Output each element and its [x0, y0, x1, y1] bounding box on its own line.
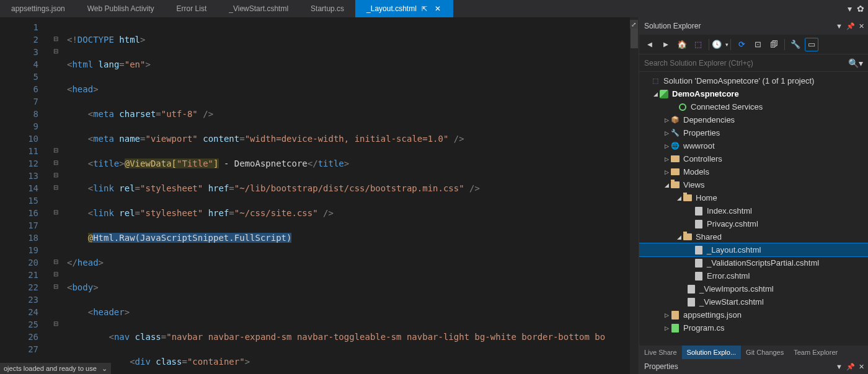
solution-explorer-panel: Solution Explorer ▼ 📌 ✕ ◄ ► 🏠 ⬚ 🕓▾ ⟳ ⊡ 🗐… [639, 17, 868, 374]
properties-icon[interactable]: 🔧 [789, 38, 802, 51]
tree-index-cshtml[interactable]: Index.cshtml [639, 204, 868, 217]
tab-solution-explorer[interactable]: Solution Explo... [682, 346, 742, 359]
solution-explorer-toolbar: ◄ ► 🏠 ⬚ 🕓▾ ⟳ ⊡ 🗐 🔧 ▭ [639, 35, 868, 54]
sync-icon[interactable]: ⟳ [735, 38, 748, 51]
tab-layout-active[interactable]: _Layout.cshtml ⇱ ✕ [355, 0, 453, 17]
props-dropdown-icon[interactable]: ▼ [836, 363, 843, 371]
status-chevron-icon[interactable]: ⌄ [102, 365, 107, 373]
forward-icon[interactable]: ► [659, 38, 673, 51]
tree-layout-cshtml[interactable]: _Layout.cshtml [639, 243, 868, 256]
tab-error-list[interactable]: Error List [166, 0, 218, 17]
tree-viewimports-cshtml[interactable]: _ViewImports.cshtml [639, 282, 868, 295]
search-icon[interactable]: 🔍▾ [848, 58, 863, 68]
tree-error-cshtml[interactable]: Error.cshtml [639, 269, 868, 282]
tab-label: _Layout.cshtml [366, 4, 417, 13]
back-icon[interactable]: ◄ [643, 38, 657, 51]
tab-settings-icon[interactable]: ✿ [856, 2, 866, 15]
editor-tab-bar: appsettings.json Web Publish Activity Er… [0, 0, 868, 17]
tree-views[interactable]: ◢Views [639, 178, 868, 191]
tab-git-changes[interactable]: Git Changes [741, 346, 789, 359]
tree-home[interactable]: ◢Home [639, 191, 868, 204]
status-bar: ojects loaded and ready to use ⌄ [0, 363, 111, 374]
tree-dependencies[interactable]: ▷📦Dependencies [639, 113, 868, 126]
props-close-icon[interactable]: ✕ [859, 363, 864, 371]
solution-tree: ⬚Solution 'DemoAspnetcore' (1 of 1 proje… [639, 72, 868, 346]
tab-appsettings[interactable]: appsettings.json [0, 0, 76, 17]
panel-close-icon[interactable]: ✕ [859, 22, 864, 30]
tree-wwwroot[interactable]: ▷🌐wwwroot [639, 139, 868, 152]
pin-icon[interactable]: ⇱ [422, 5, 427, 13]
panel-pin-icon[interactable]: 📌 [846, 22, 855, 30]
tab-web-publish[interactable]: Web Publish Activity [76, 0, 166, 17]
tree-solution[interactable]: ⬚Solution 'DemoAspnetcore' (1 of 1 proje… [639, 74, 868, 87]
props-pin-icon[interactable]: 📌 [846, 363, 855, 371]
tab-startup[interactable]: Startup.cs [299, 0, 355, 17]
expand-collapse-icon[interactable]: ⤢ [630, 20, 637, 28]
preview-icon[interactable]: ▭ [805, 38, 818, 51]
tree-program-cs[interactable]: ▷Program.cs [639, 321, 868, 334]
panel-dropdown-icon[interactable]: ▼ [836, 22, 843, 30]
tab-viewstart[interactable]: _ViewStart.cshtml [218, 0, 299, 17]
tab-team-explorer[interactable]: Team Explorer [789, 346, 843, 359]
properties-panel-title: Properties ▼ 📌 ✕ [639, 359, 868, 374]
tree-properties[interactable]: ▷🔧Properties [639, 126, 868, 139]
editor-scrollbar[interactable] [630, 17, 639, 374]
switch-views-icon[interactable]: ⬚ [691, 38, 705, 51]
solution-explorer-search[interactable]: 🔍▾ [639, 54, 868, 72]
close-icon[interactable]: ✕ [433, 4, 442, 13]
tree-controllers[interactable]: ▷Controllers [639, 152, 868, 165]
tree-project[interactable]: ◢DemoAspnetcore [639, 87, 868, 100]
fold-column: ⊟⊟⊟⊟⊟⊟⊟⊟⊟⊟⊟ [50, 17, 62, 374]
tab-overflow-icon[interactable]: ▾ [846, 2, 853, 15]
line-number-gutter: 1234567891011121314151617181920212223242… [0, 17, 50, 374]
tree-models[interactable]: ▷Models [639, 165, 868, 178]
tree-shared[interactable]: ◢Shared [639, 230, 868, 243]
tree-validation-cshtml[interactable]: _ValidationScriptsPartial.cshtml [639, 256, 868, 269]
code-content[interactable]: <!DOCTYPE html> <html lang="en"> <head> … [62, 17, 639, 374]
home-icon[interactable]: 🏠 [675, 38, 689, 51]
code-editor[interactable]: 1234567891011121314151617181920212223242… [0, 17, 639, 374]
filter-icon[interactable]: 🕓▾ [713, 38, 727, 51]
tree-appsettings[interactable]: ▷appsettings.json [639, 308, 868, 321]
tree-viewstart-cshtml[interactable]: _ViewStart.cshtml [639, 295, 868, 308]
solution-explorer-title: Solution Explorer ▼ 📌 ✕ [639, 17, 868, 35]
search-input[interactable] [644, 59, 848, 67]
collapse-all-icon[interactable]: ⊡ [751, 38, 764, 51]
show-all-icon[interactable]: 🗐 [767, 38, 781, 51]
tab-live-share[interactable]: Live Share [639, 346, 682, 359]
panel-tabs: Live Share Solution Explo... Git Changes… [639, 346, 868, 359]
tree-connected-services[interactable]: Connected Services [639, 100, 868, 113]
tree-privacy-cshtml[interactable]: Privacy.cshtml [639, 217, 868, 230]
